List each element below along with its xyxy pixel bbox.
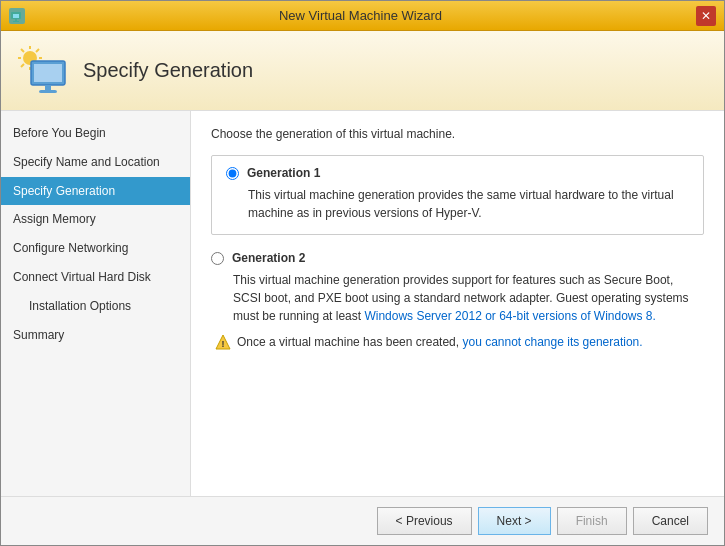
finish-button[interactable]: Finish xyxy=(557,507,627,535)
svg-line-11 xyxy=(21,64,24,67)
svg-rect-3 xyxy=(13,21,19,22)
sidebar-item-connect-vhd[interactable]: Connect Virtual Hard Disk xyxy=(1,263,190,292)
warning-link: you cannot change its generation. xyxy=(462,335,642,349)
close-button[interactable]: ✕ xyxy=(696,6,716,26)
svg-rect-2 xyxy=(15,19,17,21)
generation1-option-row: Generation 1 xyxy=(226,166,689,180)
wizard-footer: < Previous Next > Finish Cancel xyxy=(1,496,724,545)
warning-text: Once a virtual machine has been created,… xyxy=(237,333,643,351)
generation2-description: This virtual machine generation provides… xyxy=(233,271,704,325)
main-content: Choose the generation of this virtual ma… xyxy=(191,111,724,496)
header-icon xyxy=(17,45,69,97)
generation2-label[interactable]: Generation 2 xyxy=(232,251,305,265)
sidebar-item-specify-generation[interactable]: Specify Generation xyxy=(1,177,190,206)
svg-rect-1 xyxy=(13,14,19,18)
instruction-text: Choose the generation of this virtual ma… xyxy=(211,127,704,141)
generation2-radio[interactable] xyxy=(211,252,224,265)
cancel-button[interactable]: Cancel xyxy=(633,507,708,535)
gen2-link-text: Windows Server 2012 or 64-bit versions o… xyxy=(364,309,655,323)
next-button[interactable]: Next > xyxy=(478,507,551,535)
titlebar: New Virtual Machine Wizard ✕ xyxy=(1,1,724,31)
sidebar-item-before-you-begin[interactable]: Before You Begin xyxy=(1,119,190,148)
svg-line-10 xyxy=(36,49,39,52)
generation1-description: This virtual machine generation provides… xyxy=(248,186,689,222)
sidebar-item-assign-memory[interactable]: Assign Memory xyxy=(1,205,190,234)
sidebar-item-specify-name[interactable]: Specify Name and Location xyxy=(1,148,190,177)
previous-button[interactable]: < Previous xyxy=(377,507,472,535)
titlebar-icon xyxy=(9,8,25,24)
generation1-label[interactable]: Generation 1 xyxy=(247,166,320,180)
warning-icon: ! xyxy=(215,334,231,350)
sidebar-item-configure-networking[interactable]: Configure Networking xyxy=(1,234,190,263)
window: New Virtual Machine Wizard ✕ xyxy=(0,0,725,546)
generation2-section: Generation 2 This virtual machine genera… xyxy=(211,247,704,355)
content-area: Before You Begin Specify Name and Locati… xyxy=(1,111,724,496)
svg-text:!: ! xyxy=(222,339,225,349)
wizard-header: Specify Generation xyxy=(1,31,724,111)
svg-line-9 xyxy=(21,49,24,52)
window-title: New Virtual Machine Wizard xyxy=(25,8,696,23)
sidebar: Before You Begin Specify Name and Locati… xyxy=(1,111,191,496)
svg-rect-15 xyxy=(45,85,51,90)
warning-row: ! Once a virtual machine has been create… xyxy=(215,333,704,351)
generation1-radio[interactable] xyxy=(226,167,239,180)
svg-rect-16 xyxy=(39,90,57,93)
page-title: Specify Generation xyxy=(83,59,253,82)
sidebar-item-summary[interactable]: Summary xyxy=(1,321,190,350)
generation2-option-row: Generation 2 xyxy=(211,251,704,265)
generation1-box: Generation 1 This virtual machine genera… xyxy=(211,155,704,235)
svg-rect-14 xyxy=(34,64,62,82)
sidebar-item-installation-options[interactable]: Installation Options xyxy=(1,292,190,321)
